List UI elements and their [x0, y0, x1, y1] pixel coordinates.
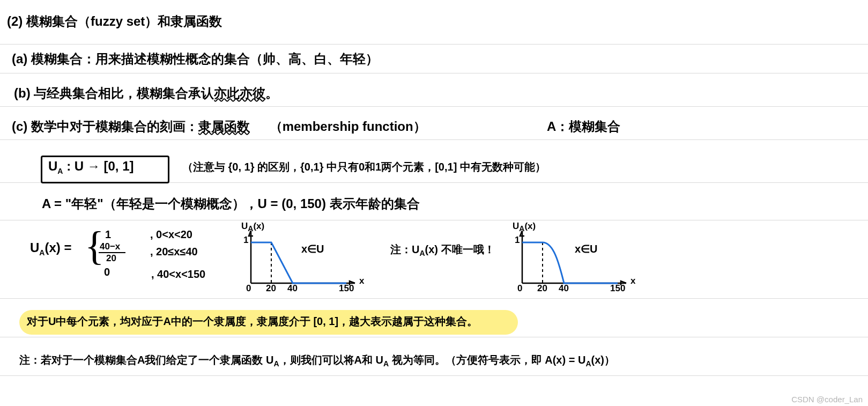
footer-note: 注：若对于一个模糊集合A我们给定了一个隶属函数 UA，则我们可以将A和 UA 视… [19, 353, 615, 368]
plot2-tick-150: 150 [610, 283, 625, 294]
fn-row3-cond: , 40<x<150 [151, 268, 205, 280]
watermark: CSDN @coder_Lan [791, 395, 863, 404]
mid-note-post: (x) 不唯一哦！ [425, 243, 495, 255]
fn-row1-cond: , 0<x<20 [150, 228, 192, 241]
plot1-xlabel: x [359, 276, 364, 286]
foot-mid2: 视为等同。（方便符号表示，即 A(x) = U [389, 354, 585, 366]
fn-lhs: UA(x) = [30, 240, 71, 257]
example-a-young: A = "年轻"（年轻是一个模糊概念），U = (0, 150) 表示年龄的集合 [42, 195, 420, 212]
plot1-y-u: U [241, 221, 248, 231]
plot2-y-a: A [519, 224, 524, 233]
plot2-domain: x∈U [575, 242, 598, 255]
plot2-y-u: U [513, 221, 519, 231]
fn-row2-den: 20 [106, 253, 116, 264]
mid-note-pre: 注：U [390, 243, 419, 255]
foot-pre: 注：若对于一个模糊集合A我们给定了一个隶属函数 U [19, 354, 273, 366]
plot1-y-a: A [248, 224, 253, 233]
ua-symbol-sub-a: A [57, 167, 63, 175]
foot-mid1: ，则我们可以将A和 U [279, 354, 383, 366]
ua-mapping: UA : U → [0, 1] [48, 159, 133, 175]
fn-row2-cond: , 20≤x≤40 [150, 246, 198, 258]
point-c-emph: 隶属函数 [198, 119, 250, 134]
plot2-tick-20: 20 [537, 283, 547, 294]
plot1-tick-1: 1 [243, 235, 248, 246]
plot1-domain: x∈U [301, 242, 324, 255]
section-heading: (2) 模糊集合（fuzzy set）和隶属函数 [7, 13, 222, 30]
point-c-english: （membership function） [270, 119, 426, 134]
fn-lhs-u: U [30, 240, 39, 255]
foot-sub2: A [383, 359, 389, 368]
plot2-y-arg: (x) [524, 221, 536, 231]
foot-sub1: A [273, 359, 279, 368]
fn-row1-val: 1 [105, 228, 111, 241]
fn-row2-num: 40−x [100, 241, 120, 252]
plot2-tick-0: 0 [517, 283, 522, 294]
highlight-text: 对于U中每个元素，均对应于A中的一个隶属度，隶属度介于 [0, 1]，越大表示越… [27, 314, 478, 329]
plot1-tick-40: 40 [287, 283, 298, 294]
point-b-post: 。 [265, 86, 278, 100]
point-c-right: A：模糊集合 [547, 118, 620, 135]
notebook-page: (2) 模糊集合（fuzzy set）和隶属函数 (a) 模糊集合：用来描述模糊… [0, 0, 868, 406]
point-c-pre: (c) 数学中对于模糊集合的刻画： [12, 119, 198, 134]
foot-end: (x)） [591, 354, 615, 366]
ua-mapping-note: （注意与 {0, 1} 的区别，{0,1} 中只有0和1两个元素，[0,1] 中… [182, 160, 546, 174]
plot1-ylabel: UA(x) [241, 221, 264, 233]
mid-note-sub: A [419, 249, 425, 257]
point-c: (c) 数学中对于模糊集合的刻画：隶属函数 （membership functi… [12, 118, 426, 135]
foot-sub3: A [585, 359, 591, 368]
point-b: (b) 与经典集合相比，模糊集合承认亦此亦彼。 [14, 85, 278, 102]
point-a: (a) 模糊集合：用来描述模糊性概念的集合（帅、高、白、年轻） [12, 50, 379, 68]
plot1-y-arg: (x) [253, 221, 264, 231]
plot2-ylabel: UA(x) [513, 221, 536, 233]
plot1-tick-0: 0 [246, 283, 251, 294]
plot1-tick-20: 20 [266, 283, 276, 294]
point-b-pre: (b) 与经典集合相比，模糊集合承认 [14, 86, 214, 100]
plot2-tick-40: 40 [559, 283, 569, 294]
non-unique-note: 注：UA(x) 不唯一哦！ [390, 242, 495, 257]
ua-mapping-body: : U → [0, 1] [63, 159, 133, 173]
fn-lhs-arg: (x) = [44, 240, 71, 255]
point-b-emph: 亦此亦彼 [214, 86, 265, 100]
fn-lhs-sub-a: A [39, 248, 44, 257]
fn-row3-val: 0 [104, 266, 110, 278]
plot1-tick-150: 150 [339, 283, 354, 294]
ua-symbol-u: U [48, 159, 57, 173]
plot2-tick-1: 1 [515, 235, 520, 246]
plot2-xlabel: x [630, 276, 635, 286]
